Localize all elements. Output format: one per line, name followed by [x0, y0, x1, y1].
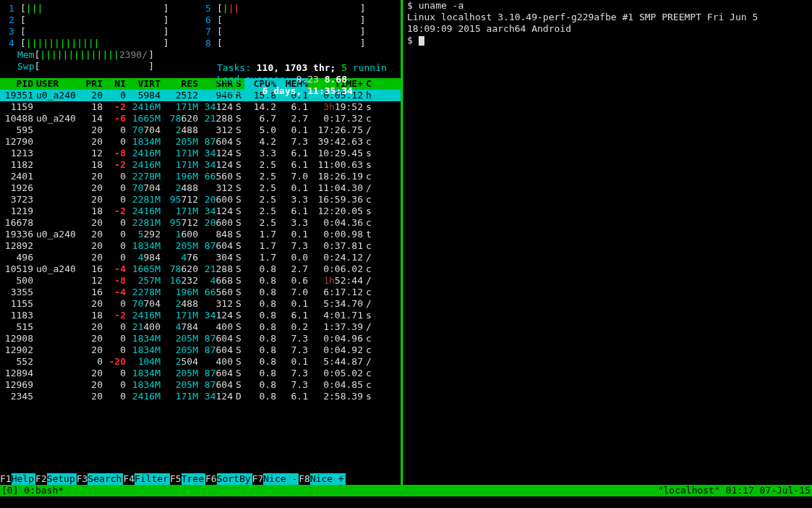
process-row[interactable]: 121918-22416M171M34124S2.56.112:20.05s: [0, 206, 402, 217]
shell-command: $ uname -a: [407, 0, 812, 12]
process-row[interactable]: 127902001834M205M87604S4.27.339:42.63c: [0, 136, 402, 148]
process-row[interactable]: 121312-82416M171M34124S3.36.110:29.45s: [0, 148, 402, 159]
htop-pane[interactable]: 1 [|||]5 [|||] 2 []6 [] 3 []7 [] 4 [||||…: [0, 0, 402, 485]
system-stats: Tasks: 110, 1703 thr; 5 runnin Load aver…: [217, 62, 387, 97]
cursor-icon: [419, 36, 424, 46]
process-row[interactable]: 335516-42278M196M66560S0.87.06:17.12c: [0, 287, 402, 298]
process-row[interactable]: 118318-22416M171M34124S0.86.14:01.71s: [0, 310, 402, 321]
fkey-label[interactable]: Filter: [134, 473, 170, 485]
tmux-window-list[interactable]: [0] 0:bash*: [1, 485, 64, 496]
cpu-meters: 1 [|||]5 [|||] 2 []6 [] 3 []7 [] 4 [||||…: [0, 0, 402, 72]
fkey[interactable]: F6: [205, 473, 217, 485]
mem-label: Mem: [17, 49, 34, 61]
process-row[interactable]: 1155200707042488312S0.80.15:34.70/: [0, 298, 402, 310]
process-row[interactable]: 50012-8257M162324668S0.80.61h52:44/: [0, 275, 402, 287]
fkey-label[interactable]: Nice +: [310, 473, 346, 485]
shell-prompt[interactable]: $: [407, 35, 812, 46]
process-row[interactable]: 115918-22416M171M34124S14.26.13h19:52s: [0, 101, 402, 113]
fkey[interactable]: F8: [299, 473, 310, 485]
process-row[interactable]: 128922001834M205M87604S1.77.30:37.81c: [0, 240, 402, 252]
process-row[interactable]: 129692001834M205M87604S0.87.30:04.85c: [0, 379, 402, 391]
tmux-status-right: "localhost" 01:17 07-Jul-15: [658, 485, 811, 496]
process-row[interactable]: 19336u0_a24020052921600848S1.70.10:00.98…: [0, 229, 402, 240]
process-row[interactable]: 129082001834M205M87604S0.87.30:04.96c: [0, 333, 402, 344]
fkey[interactable]: F2: [35, 473, 47, 485]
fkey-label[interactable]: Help: [12, 473, 35, 485]
fkey-label[interactable]: Search: [87, 473, 123, 485]
fkey-label[interactable]: SortBy: [217, 473, 252, 485]
process-row[interactable]: 166782002281M9571220600S2.53.30:04.36c: [0, 217, 402, 229]
swp-label: Swp: [17, 61, 34, 72]
process-row[interactable]: 4962004984476304S1.70.00:24.12/: [0, 252, 402, 263]
process-row[interactable]: 1926200707042488312S2.50.111:04.30/: [0, 182, 402, 194]
process-row[interactable]: 37232002281M9571220600S2.53.316:59.36c: [0, 194, 402, 206]
process-row[interactable]: 118218-22416M171M34124S2.56.111:00.63s: [0, 159, 402, 171]
tmux-pane-divider[interactable]: [401, 0, 402, 485]
process-list[interactable]: 115918-22416M171M34124S14.26.13h19:52s10…: [0, 101, 402, 473]
fkey[interactable]: F5: [170, 473, 181, 485]
fkey-label[interactable]: Setup: [47, 473, 77, 485]
fkey[interactable]: F7: [252, 473, 264, 485]
fkey-label[interactable]: Tree: [181, 473, 205, 485]
process-row[interactable]: 24012002278M196M66560S2.57.018:26.19c: [0, 171, 402, 182]
process-row[interactable]: 5520-20104M2504400S0.80.15:44.87/: [0, 356, 402, 368]
process-row[interactable]: 128942001834M205M87604S0.87.30:05.02c: [0, 368, 402, 379]
tmux-status-bar: [0] 0:bash* "localhost" 01:17 07-Jul-15: [0, 485, 812, 496]
shell-output: Linux localhost 3.10.49-perf-g229afbe #1…: [407, 12, 812, 23]
fkey[interactable]: F3: [77, 473, 88, 485]
shell-pane[interactable]: $ uname -a Linux localhost 3.10.49-perf-…: [402, 0, 812, 485]
function-keys[interactable]: F1Help F2Setup F3SearchF4FilterF5Tree F6…: [0, 473, 402, 485]
shell-output: 18:09:09 2015 aarch64 Android: [407, 23, 812, 35]
fkey[interactable]: F1: [0, 473, 12, 485]
process-row[interactable]: 595200707042488312S5.00.117:26.75/: [0, 124, 402, 136]
process-row[interactable]: 10488u0_a24014-61665M7862021288S6.72.70:…: [0, 113, 402, 124]
process-row[interactable]: 515200214004784400S0.80.21:37.39/: [0, 321, 402, 333]
fkey-label[interactable]: Nice -: [263, 473, 299, 485]
process-row[interactable]: 10519u0_a24016-41665M7862021288S0.82.70:…: [0, 263, 402, 275]
process-row[interactable]: 23452002416M171M34124D0.86.12:58.39s: [0, 391, 402, 402]
fkey[interactable]: F4: [123, 473, 134, 485]
process-row[interactable]: 129022001834M205M87604S0.87.30:04.92c: [0, 344, 402, 356]
